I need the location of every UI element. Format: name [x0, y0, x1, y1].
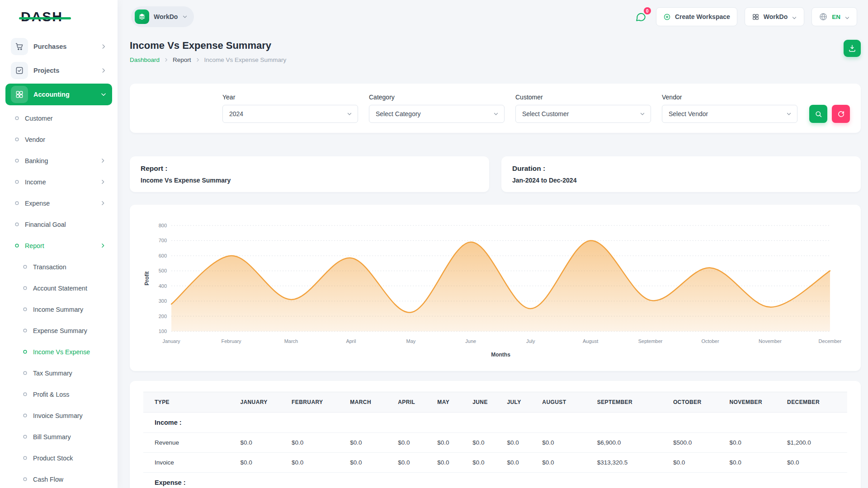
- vendor-label: Vendor: [662, 94, 797, 101]
- sidebar-item-transaction[interactable]: Transaction: [0, 256, 118, 277]
- sidebar-item-label: Expense Summary: [33, 327, 87, 334]
- sidebar-item-banking[interactable]: Banking: [0, 150, 118, 171]
- sidebar-item-expense-summary[interactable]: Expense Summary: [0, 320, 118, 341]
- create-workspace-button[interactable]: Create Workspace: [656, 7, 737, 26]
- circle-bullet-icon: [14, 179, 19, 184]
- download-icon: [848, 44, 856, 52]
- sidebar-item-tax-summary[interactable]: Tax Summary: [0, 362, 118, 384]
- duration-card-title: Duration :: [512, 164, 850, 173]
- circle-bullet-icon: [23, 434, 28, 439]
- sidebar-item-profit-loss[interactable]: Profit & Loss: [0, 384, 118, 405]
- messages-badge: 0: [644, 7, 651, 14]
- sidebar-item-vendor[interactable]: Vendor: [0, 129, 118, 150]
- chevron-right-icon: [164, 57, 169, 62]
- circle-bullet-icon: [14, 137, 19, 142]
- sidebar-item-report[interactable]: Report: [0, 235, 118, 256]
- customer-select[interactable]: Select Customer: [515, 105, 651, 123]
- sidebar-item-label: Profit & Loss: [33, 391, 69, 398]
- sidebar-item-customer[interactable]: Customer: [0, 108, 118, 129]
- sidebar-item-label: Product Stock: [33, 455, 73, 462]
- cell-value: $6,900.0: [592, 433, 668, 453]
- svg-text:August: August: [583, 338, 598, 344]
- sidebar-item-label: Customer: [25, 115, 53, 122]
- svg-text:March: March: [284, 338, 298, 344]
- column-header: SEPTEMBER: [592, 392, 668, 413]
- cell-value: $0.0: [235, 453, 286, 473]
- reset-filter-button[interactable]: [832, 105, 850, 123]
- circle-bullet-icon: [23, 413, 28, 418]
- svg-text:700: 700: [159, 238, 167, 243]
- svg-text:800: 800: [159, 223, 167, 228]
- main-column: WorkDo 0 Create Workspace WorkDo: [118, 0, 868, 488]
- year-select[interactable]: 2024: [222, 105, 358, 123]
- chevron-down-icon: [493, 111, 499, 117]
- cell-value: $0.0: [537, 433, 591, 453]
- sidebar-item-cash-flow[interactable]: Cash Flow: [0, 469, 118, 488]
- cell-value: $500.0: [668, 433, 724, 453]
- column-header: FEBRUARY: [286, 392, 344, 413]
- sidebar-item-label: Income Summary: [33, 306, 83, 313]
- breadcrumb-report[interactable]: Report: [173, 56, 191, 63]
- sidebar-item-purchases[interactable]: Purchases: [5, 36, 112, 57]
- svg-text:100: 100: [159, 328, 167, 334]
- chart-card: 100200300400500600700800JanuaryFebruaryM…: [130, 205, 861, 371]
- sidebar-item-projects[interactable]: Projects: [5, 60, 112, 81]
- chevron-down-icon: [182, 14, 188, 19]
- category-label: Category: [369, 94, 505, 101]
- apply-filter-button[interactable]: [809, 105, 827, 123]
- download-report-button[interactable]: [844, 40, 861, 57]
- sidebar-item-label: Vendor: [25, 136, 45, 143]
- sidebar-item-label: Income Vs Expense: [33, 348, 90, 356]
- cell-value: $0.0: [235, 433, 286, 453]
- sidebar-item-account-statement[interactable]: Account Statement: [0, 277, 118, 299]
- svg-text:May: May: [406, 338, 415, 344]
- column-header: APRIL: [392, 392, 432, 413]
- sidebar-item-label: Financial Goal: [25, 221, 66, 228]
- circle-bullet-icon: [23, 455, 28, 460]
- sidebar-item-expense[interactable]: Expense: [0, 192, 118, 214]
- svg-text:Profit: Profit: [144, 271, 150, 285]
- chevron-down-icon: [347, 111, 352, 117]
- page-head: Income Vs Expense Summary Dashboard Repo…: [130, 40, 861, 63]
- circle-bullet-icon: [14, 222, 19, 227]
- accounting-grid-icon: [11, 86, 28, 103]
- report-card-title: Report :: [141, 164, 478, 173]
- circle-bullet-icon: [23, 286, 28, 291]
- sidebar-item-accounting[interactable]: Accounting: [5, 84, 112, 105]
- breadcrumb-dashboard[interactable]: Dashboard: [130, 56, 160, 63]
- cell-value: $0.0: [724, 453, 782, 473]
- sidebar-item-financial-goal[interactable]: Financial Goal: [0, 214, 118, 235]
- cell-value: $0.0: [467, 433, 501, 453]
- table-header-row: TYPEJANUARYFEBRUARYMARCHAPRILMAYJUNEJULY…: [143, 392, 847, 413]
- vendor-select[interactable]: Select Vendor: [662, 105, 797, 123]
- category-select[interactable]: Select Category: [369, 105, 505, 123]
- language-selector[interactable]: EN: [811, 7, 857, 26]
- globe-icon: [819, 12, 828, 21]
- workspace-menu-button[interactable]: WorkDo: [745, 7, 804, 26]
- cell-value: $0.0: [724, 433, 782, 453]
- column-header: MARCH: [344, 392, 392, 413]
- sidebar-item-label: Invoice Summary: [33, 412, 83, 419]
- cell-value: $0.0: [782, 453, 847, 473]
- sidebar-item-income[interactable]: Income: [0, 171, 118, 192]
- circle-bullet-icon: [23, 264, 28, 269]
- breadcrumb-current: Income Vs Expense Summary: [204, 56, 287, 63]
- cell-value: $0.0: [344, 433, 392, 453]
- svg-text:600: 600: [159, 253, 167, 258]
- sidebar-item-income-summary[interactable]: Income Summary: [0, 299, 118, 320]
- messages-button[interactable]: 0: [633, 9, 649, 24]
- circle-bullet-icon: [14, 158, 19, 163]
- sidebar-item-label: Tax Summary: [33, 370, 72, 377]
- sidebar-item-product-stock[interactable]: Product Stock: [0, 447, 118, 469]
- app-logo[interactable]: DASH: [0, 0, 118, 33]
- sidebar-item-invoice-summary[interactable]: Invoice Summary: [0, 405, 118, 426]
- sidebar-item-bill-summary[interactable]: Bill Summary: [0, 426, 118, 447]
- svg-text:October: October: [702, 338, 719, 344]
- circle-bullet-icon: [23, 477, 28, 482]
- chevron-right-icon: [100, 158, 106, 164]
- cell-value: $0.0: [432, 433, 467, 453]
- report-card-value: Income Vs Expense Summary: [141, 177, 478, 184]
- workspace-selector[interactable]: WorkDo: [131, 6, 194, 27]
- sidebar-item-income-vs-expense[interactable]: Income Vs Expense: [0, 341, 118, 362]
- svg-text:500: 500: [159, 268, 167, 273]
